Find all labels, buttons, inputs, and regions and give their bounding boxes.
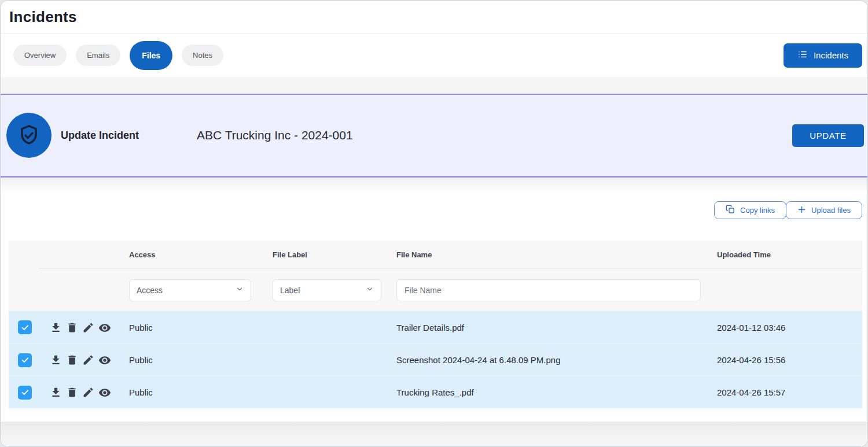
- shield-check-icon: [6, 113, 52, 158]
- cell-access: Public: [129, 323, 273, 333]
- edit-icon[interactable]: [82, 354, 94, 366]
- incident-name: ABC Trucking Inc - 2024-001: [197, 128, 353, 142]
- incidents-button-label: Incidents: [814, 50, 848, 60]
- copy-links-label: Copy links: [740, 206, 775, 215]
- chevron-down-icon: [236, 285, 244, 295]
- page-title: Incidents: [9, 8, 858, 26]
- copy-icon: [726, 205, 735, 216]
- divider-strip: [1, 77, 867, 94]
- label-filter-value: Label: [280, 286, 300, 295]
- cell-uploaded-time: 2024-04-26 15:56: [717, 355, 862, 365]
- file-name-filter-input[interactable]: [396, 279, 701, 301]
- trash-icon[interactable]: [66, 386, 78, 398]
- upload-files-label: Upload files: [811, 206, 851, 215]
- view-icon[interactable]: [98, 322, 111, 334]
- cell-access: Public: [129, 355, 273, 365]
- column-header-row: Access File Label File Name Uploaded Tim…: [9, 241, 862, 268]
- table-row: Public Screenshot 2024-04-24 at 6.48.09 …: [9, 343, 862, 376]
- footer-bar: [1, 422, 867, 446]
- edit-icon[interactable]: [82, 386, 94, 398]
- upload-files-button[interactable]: Upload files: [786, 201, 862, 219]
- column-header-file-name: File Name: [396, 250, 717, 259]
- tabs-row: Overview Emails Files Notes Incidents: [1, 34, 867, 77]
- update-button[interactable]: UPDATE: [792, 124, 864, 147]
- column-header-file-label: File Label: [273, 250, 396, 259]
- incidents-button[interactable]: Incidents: [784, 43, 862, 68]
- plus-icon: [797, 205, 806, 216]
- column-header-access: Access: [129, 250, 273, 259]
- view-icon[interactable]: [98, 386, 111, 398]
- file-actions-row: Copy links Upload files: [1, 201, 867, 219]
- view-icon[interactable]: [98, 354, 111, 366]
- incidents-window: Incidents Overview Emails Files Notes In…: [0, 0, 868, 447]
- cell-file-name: Screenshot 2024-04-24 at 6.48.09 PM.png: [396, 355, 717, 365]
- title-bar: Incidents: [1, 1, 867, 34]
- row-checkbox[interactable]: [18, 386, 32, 400]
- access-filter-select[interactable]: Access: [129, 279, 251, 301]
- cell-uploaded-time: 2024-01-12 03:46: [717, 323, 862, 333]
- tab-overview[interactable]: Overview: [13, 45, 67, 66]
- table-row: Public Trailer Details.pdf 2024-01-12 03…: [9, 311, 862, 343]
- list-icon: [797, 49, 808, 61]
- row-checkbox[interactable]: [18, 353, 32, 367]
- download-icon[interactable]: [50, 322, 62, 334]
- banner-label: Update Incident: [61, 130, 139, 142]
- cell-uploaded-time: 2024-04-26 15:57: [717, 387, 862, 397]
- tab-files[interactable]: Files: [130, 41, 172, 70]
- update-incident-banner: Update Incident ABC Trucking Inc - 2024-…: [1, 94, 867, 178]
- tab-notes[interactable]: Notes: [182, 45, 223, 66]
- label-filter-select[interactable]: Label: [273, 279, 381, 301]
- cell-access: Public: [129, 387, 273, 397]
- column-header-uploaded-time: Uploaded Time: [717, 250, 862, 259]
- files-table: Access File Label File Name Uploaded Tim…: [9, 241, 862, 408]
- files-table-head: Access File Label File Name Uploaded Tim…: [9, 241, 862, 311]
- download-icon[interactable]: [50, 386, 62, 398]
- banner-shadow: [1, 178, 867, 193]
- footer-gap: [1, 408, 867, 422]
- download-icon[interactable]: [50, 354, 62, 366]
- access-filter-value: Access: [137, 286, 163, 295]
- row-checkbox[interactable]: [18, 320, 32, 334]
- cell-file-name: Trailer Details.pdf: [396, 323, 717, 333]
- edit-icon[interactable]: [82, 322, 94, 334]
- trash-icon[interactable]: [66, 354, 78, 366]
- tab-emails[interactable]: Emails: [76, 45, 120, 66]
- cell-file-name: Trucking Rates_.pdf: [396, 387, 717, 397]
- chevron-down-icon: [366, 285, 374, 295]
- copy-links-button[interactable]: Copy links: [714, 201, 786, 219]
- trash-icon[interactable]: [66, 322, 78, 334]
- filter-row: Access Label: [9, 269, 862, 311]
- table-row: Public Trucking Rates_.pdf 2024-04-26 15…: [9, 376, 862, 408]
